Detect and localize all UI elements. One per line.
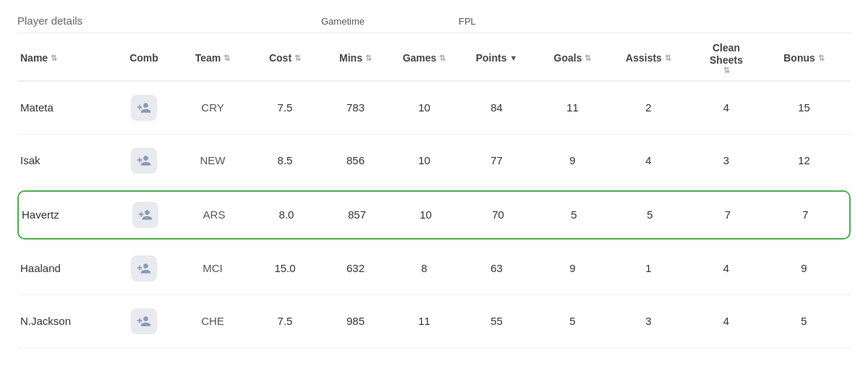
cell-cost-0: 7.5: [249, 101, 321, 114]
cell-points-1: 77: [459, 154, 535, 166]
table-row: Isak NEW 8.5 856 10 77 9 4 3 12: [17, 135, 851, 187]
table-row: Mateta CRY 7.5 783 10 84 11 2 4 15: [17, 82, 851, 135]
cell-cost-1: 8.5: [249, 154, 321, 166]
cell-team-2: ARS: [178, 208, 250, 221]
cell-assists-0: 2: [610, 101, 686, 114]
col-header-assists[interactable]: Assists ⇅: [610, 52, 686, 64]
table-header: Name ⇅ Comb Team ⇅ Cost ⇅ Mins ⇅ Games ⇅…: [17, 33, 851, 82]
col-header-team[interactable]: Team ⇅: [176, 52, 249, 64]
cell-cleansheets-4: 4: [686, 315, 766, 327]
cell-name-4: N.Jackson: [17, 315, 111, 327]
col-header-goals[interactable]: Goals ⇅: [535, 52, 610, 64]
cell-assists-3: 1: [610, 262, 686, 274]
cell-comb-1[interactable]: [111, 148, 176, 174]
cell-team-4: CHE: [176, 315, 249, 327]
cell-cleansheets-1: 3: [686, 154, 766, 166]
col-header-name[interactable]: Name ⇅: [17, 52, 111, 64]
sort-icon-team: ⇅: [224, 54, 230, 62]
col-header-points[interactable]: Points ▼: [459, 52, 535, 64]
cell-team-1: NEW: [176, 154, 249, 166]
cell-goals-3: 9: [535, 262, 610, 274]
cell-points-4: 55: [459, 315, 535, 327]
add-player-button-1[interactable]: [131, 148, 157, 174]
gametime-label: Gametime: [321, 16, 365, 27]
sort-icon-goals: ⇅: [584, 54, 591, 62]
cell-cleansheets-2: 7: [688, 208, 767, 221]
cell-games-2: 10: [391, 208, 460, 221]
cell-points-3: 63: [459, 262, 535, 274]
fpl-label: FPL: [459, 16, 476, 27]
table-row: N.Jackson CHE 7.5 985 11 55 5 3 4 5: [17, 295, 851, 348]
player-details-label: Player details: [17, 14, 82, 27]
cell-goals-4: 5: [535, 315, 610, 327]
cell-games-0: 10: [390, 101, 459, 114]
col-header-cleansheets[interactable]: Clean Sheets ⇅: [686, 42, 766, 75]
cell-name-3: Haaland: [17, 262, 111, 274]
cell-bonus-0: 15: [766, 101, 842, 114]
sort-icon-games: ⇅: [439, 54, 446, 62]
cell-name-1: Isak: [17, 154, 111, 166]
cell-comb-2[interactable]: [113, 202, 178, 228]
sort-icon-mins: ⇅: [365, 54, 372, 62]
cell-assists-1: 4: [610, 154, 686, 166]
table-row: Haaland MCI 15.0 632 8 63 9 1 4 9: [17, 242, 851, 295]
cell-mins-3: 632: [321, 262, 390, 274]
add-player-button-0[interactable]: [131, 95, 157, 121]
cell-mins-4: 985: [321, 315, 390, 327]
cell-games-1: 10: [390, 154, 459, 166]
cell-cost-4: 7.5: [249, 315, 321, 327]
add-player-button-3[interactable]: [131, 255, 157, 281]
cell-cleansheets-0: 4: [686, 101, 766, 114]
cell-comb-3[interactable]: [111, 255, 176, 281]
col-header-cost[interactable]: Cost ⇅: [249, 52, 321, 64]
cell-comb-0[interactable]: [111, 95, 176, 121]
main-container: Player details Gametime FPL Name ⇅ Comb …: [0, 0, 868, 363]
cell-mins-1: 856: [321, 154, 390, 166]
cell-cost-3: 15.0: [249, 262, 321, 274]
table-body: Mateta CRY 7.5 783 10 84 11 2 4 15 Isak: [17, 82, 851, 348]
cell-points-0: 84: [459, 101, 535, 114]
sort-icon-cost: ⇅: [294, 54, 301, 62]
cell-name-0: Mateta: [17, 101, 111, 114]
sort-icon-name: ⇅: [51, 54, 57, 62]
cell-mins-2: 857: [323, 208, 391, 221]
cell-assists-2: 5: [612, 208, 688, 221]
cell-games-3: 8: [390, 262, 459, 274]
sort-icon-points: ▼: [509, 54, 517, 62]
cell-assists-4: 3: [610, 315, 686, 327]
cell-cleansheets-3: 4: [686, 262, 766, 274]
cell-goals-1: 9: [535, 154, 610, 166]
cell-bonus-3: 9: [766, 262, 842, 274]
section-headers: Player details Gametime FPL: [17, 14, 851, 33]
cell-bonus-4: 5: [766, 315, 842, 327]
cell-games-4: 11: [390, 315, 459, 327]
sort-icon-assists: ⇅: [665, 54, 671, 62]
cell-cost-2: 8.0: [250, 208, 323, 221]
col-header-mins[interactable]: Mins ⇅: [321, 52, 390, 64]
add-player-button-4[interactable]: [131, 308, 157, 334]
add-player-button-2[interactable]: [132, 202, 158, 228]
cell-name-2: Havertz: [19, 208, 113, 221]
table-row: Havertz ARS 8.0 857 10 70 5 5 7 7: [17, 190, 851, 240]
cell-team-3: MCI: [176, 262, 249, 274]
sort-icon-cleansheets: ⇅: [723, 67, 730, 75]
cell-bonus-1: 12: [766, 154, 842, 166]
col-header-comb[interactable]: Comb: [111, 52, 176, 64]
cell-points-2: 70: [460, 208, 536, 221]
cell-mins-0: 783: [321, 101, 390, 114]
cell-goals-0: 11: [535, 101, 610, 114]
cell-goals-2: 5: [536, 208, 612, 221]
sort-icon-bonus: ⇅: [818, 54, 825, 62]
cell-bonus-2: 7: [767, 208, 843, 221]
cell-comb-4[interactable]: [111, 308, 176, 334]
col-header-bonus[interactable]: Bonus ⇅: [766, 52, 842, 64]
col-header-games[interactable]: Games ⇅: [390, 52, 459, 64]
cell-team-0: CRY: [176, 101, 249, 114]
